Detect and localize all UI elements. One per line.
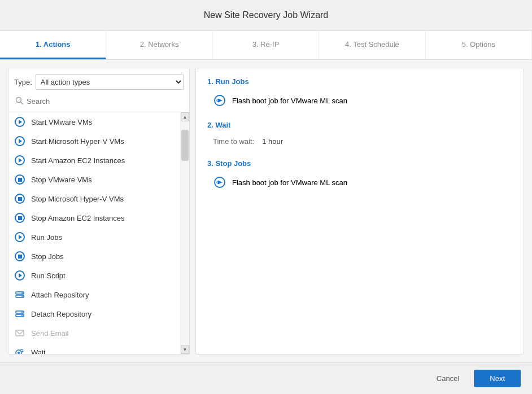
stop-jobs-section: 3. Stop Jobs Flash boot job for VMware M…: [207, 159, 512, 191]
list-item[interactable]: Detach Repository: [8, 304, 180, 323]
item-label: Run Script: [31, 272, 66, 280]
item-label: Start Microsoft Hyper-V VMs: [31, 137, 124, 146]
list-area: Start VMware VMs Start Microsoft Hyper-V…: [8, 112, 189, 354]
list-item[interactable]: Attach Repository: [8, 285, 180, 304]
wait-label: Time to wait:: [213, 137, 254, 146]
right-panel: 1. Run Jobs Flash boot job for VMware ML…: [195, 68, 524, 354]
list-item[interactable]: Stop Amazon EC2 Instances: [8, 208, 180, 227]
scroll-thumb[interactable]: [181, 130, 189, 161]
wizard-steps: 1. Actions 2. Networks 3. Re-IP 4. Test …: [0, 31, 532, 60]
action-item: Time to wait: 1 hour: [213, 135, 512, 148]
wizard-container: New Site Recovery Job Wizard 1. Actions …: [0, 0, 532, 394]
run-jobs-section: 1. Run Jobs Flash boot job for VMware ML…: [207, 77, 512, 110]
item-label: Run Jobs: [31, 233, 62, 242]
play-icon: [14, 155, 25, 166]
list-item[interactable]: Start VMware VMs: [8, 112, 180, 132]
list-item[interactable]: Stop Jobs: [8, 247, 180, 266]
action-icon: [213, 94, 226, 107]
action-item: Flash boot job for VMware ML scan: [213, 91, 512, 110]
stop-icon: [14, 251, 25, 262]
item-label: Stop Jobs: [31, 252, 64, 261]
search-input[interactable]: [27, 97, 184, 106]
wait-value: 1 hour: [262, 137, 283, 146]
list-item[interactable]: Send Email: [8, 323, 180, 343]
play-icon: [14, 135, 25, 147]
item-label: Attach Repository: [31, 291, 89, 299]
list-item[interactable]: Wait: [8, 343, 180, 354]
search-row: [8, 93, 189, 112]
action-text: Flash boot job for VMware ML scan: [232, 97, 347, 105]
item-label: Stop Amazon EC2 Instances: [31, 214, 124, 222]
type-label: Type:: [14, 78, 32, 86]
scroll-down-button[interactable]: ▼: [181, 345, 189, 354]
section-title: 3. Stop Jobs: [207, 159, 512, 168]
type-row: Type: All action types: [8, 68, 189, 93]
list-item[interactable]: Start Amazon EC2 Instances: [8, 151, 180, 170]
play-icon: [14, 270, 25, 281]
wizard-body: Type: All action types Start VMware VMs: [0, 60, 532, 362]
list-item[interactable]: Run Jobs: [8, 227, 180, 247]
list-item[interactable]: Start Microsoft Hyper-V VMs: [8, 132, 180, 151]
repo-icon: [14, 308, 25, 319]
wait-section: 2. Wait Time to wait: 1 hour: [207, 121, 512, 148]
svg-point-12: [18, 352, 20, 354]
action-item: Flash boot job for VMware ML scan: [213, 173, 512, 191]
step-networks[interactable]: 2. Networks: [106, 31, 212, 59]
stop-icon: [14, 193, 25, 204]
item-label: Stop VMware VMs: [31, 176, 92, 184]
item-label: Send Email: [31, 329, 68, 338]
scroll-up-button[interactable]: ▲: [181, 112, 189, 121]
step-options[interactable]: 5. Options: [426, 31, 532, 59]
scroll-track[interactable]: [181, 121, 189, 345]
scrollbar[interactable]: ▲ ▼: [180, 112, 189, 354]
stop-icon: [14, 174, 25, 185]
item-label: Start VMware VMs: [31, 118, 92, 126]
item-label: Start Amazon EC2 Instances: [31, 156, 125, 165]
email-icon: [14, 327, 25, 339]
play-icon: [14, 231, 25, 243]
repo-icon: [14, 289, 25, 300]
next-button[interactable]: Next: [474, 370, 521, 387]
item-label: Wait: [31, 348, 46, 354]
item-label: Stop Microsoft Hyper-V VMs: [31, 195, 124, 203]
step-test-schedule[interactable]: 4. Test Schedule: [319, 31, 425, 59]
action-icon: [213, 176, 226, 189]
list-item[interactable]: Stop VMware VMs: [8, 170, 180, 189]
step-actions[interactable]: 1. Actions: [0, 31, 106, 59]
item-label: Detach Repository: [31, 310, 91, 318]
step-reip[interactable]: 3. Re-IP: [213, 31, 319, 59]
search-icon: [14, 95, 24, 107]
section-title: 1. Run Jobs: [207, 77, 512, 86]
svg-line-1: [21, 102, 23, 104]
stop-icon: [14, 212, 25, 224]
list-items: Start VMware VMs Start Microsoft Hyper-V…: [8, 112, 180, 354]
wizard-title: New Site Recovery Job Wizard: [0, 0, 532, 31]
cancel-button[interactable]: Cancel: [428, 370, 468, 387]
section-title: 2. Wait: [207, 121, 512, 129]
play-icon: [14, 116, 25, 128]
action-text: Flash boot job for VMware ML scan: [232, 178, 347, 187]
list-item[interactable]: Stop Microsoft Hyper-V VMs: [8, 189, 180, 208]
left-panel: Type: All action types Start VMware VMs: [8, 68, 190, 354]
type-select[interactable]: All action types: [36, 74, 184, 90]
list-item[interactable]: Run Script: [8, 266, 180, 285]
wizard-footer: Cancel Next: [0, 362, 532, 394]
wait-icon: [14, 347, 25, 354]
